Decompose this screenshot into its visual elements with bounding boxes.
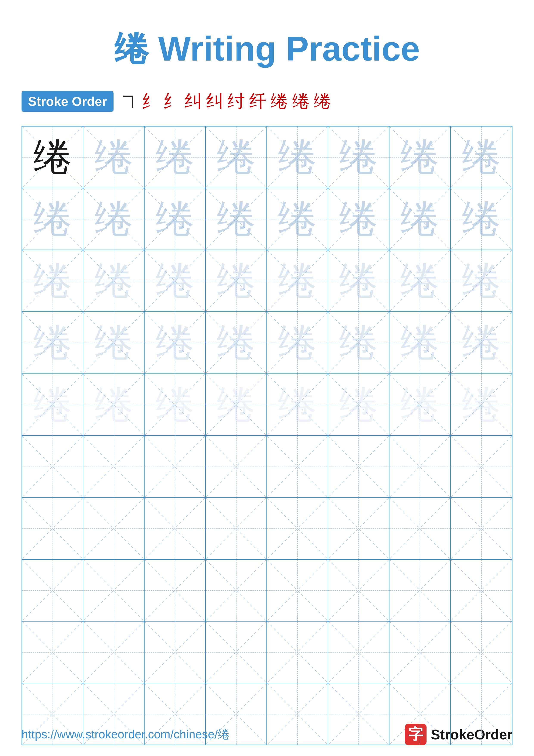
grid-cell[interactable]: [267, 622, 328, 683]
grid-cell[interactable]: [451, 622, 512, 683]
grid-cell[interactable]: [267, 560, 328, 621]
grid-cell[interactable]: 绻: [144, 312, 206, 373]
grid-cell[interactable]: 绻: [83, 188, 144, 250]
grid-cell[interactable]: [206, 622, 267, 683]
stroke-8: 绻: [271, 90, 288, 113]
grid-row-6: [22, 436, 512, 498]
practice-char: 绻: [400, 385, 439, 424]
grid-cell[interactable]: [328, 622, 390, 683]
footer: https://www.strokeorder.com/chinese/绻 字 …: [21, 724, 513, 745]
grid-cell[interactable]: 绻: [144, 250, 206, 311]
practice-char: 绻: [217, 385, 255, 424]
grid-cell[interactable]: [390, 560, 451, 621]
grid-cell[interactable]: [22, 560, 83, 621]
grid-cell[interactable]: 绻: [206, 312, 267, 373]
grid-cell[interactable]: 绻: [22, 374, 83, 435]
stroke-4: 纠: [185, 90, 202, 113]
grid-cell[interactable]: 绻: [451, 374, 512, 435]
grid-cell[interactable]: [390, 622, 451, 683]
grid-cell[interactable]: [22, 498, 83, 559]
grid-cell[interactable]: 绻: [328, 188, 390, 250]
grid-cell[interactable]: 绻: [144, 374, 206, 435]
grid-cell[interactable]: [22, 622, 83, 683]
grid-cell[interactable]: 绻: [451, 312, 512, 373]
practice-char: 绻: [462, 200, 501, 238]
grid-cell[interactable]: 绻: [390, 250, 451, 311]
grid-cell[interactable]: 绻: [83, 126, 144, 188]
grid-cell[interactable]: 绻: [206, 126, 267, 188]
grid-cell[interactable]: 绻: [206, 188, 267, 250]
grid-cell[interactable]: [144, 560, 206, 621]
stroke-10: 绻: [314, 90, 331, 113]
grid-cell[interactable]: [144, 622, 206, 683]
practice-char: 绻: [400, 200, 439, 238]
grid-cell[interactable]: 绻: [144, 126, 206, 188]
grid-cell[interactable]: 绻: [206, 374, 267, 435]
grid-cell[interactable]: 绻: [390, 126, 451, 188]
grid-cell[interactable]: 绻: [267, 126, 328, 188]
grid-cell[interactable]: 绻: [144, 188, 206, 250]
practice-char: 绻: [217, 261, 255, 300]
grid-cell[interactable]: 绻: [206, 250, 267, 311]
grid-cell[interactable]: [83, 436, 144, 497]
practice-char: 绻: [33, 200, 72, 238]
grid-cell[interactable]: [22, 436, 83, 497]
grid-cell[interactable]: 绻: [328, 374, 390, 435]
grid-cell[interactable]: 绻: [451, 188, 512, 250]
grid-cell[interactable]: [328, 498, 390, 559]
grid-cell[interactable]: [328, 560, 390, 621]
practice-char: 绻: [156, 261, 194, 300]
practice-char: 绻: [278, 261, 317, 300]
grid-cell[interactable]: 绻: [83, 250, 144, 311]
grid-row-8: [22, 560, 512, 622]
practice-char: 绻: [94, 261, 133, 300]
grid-cell[interactable]: [206, 498, 267, 559]
grid-cell[interactable]: [83, 622, 144, 683]
practice-char: 绻: [156, 200, 194, 238]
grid-cell[interactable]: 绻: [267, 312, 328, 373]
grid-cell[interactable]: [83, 498, 144, 559]
grid-cell[interactable]: 绻: [451, 126, 512, 188]
grid-cell[interactable]: 绻: [390, 374, 451, 435]
grid-cell[interactable]: [83, 560, 144, 621]
grid-cell[interactable]: 绻: [451, 250, 512, 311]
grid-cell[interactable]: 绻: [267, 188, 328, 250]
grid-cell[interactable]: 绻: [328, 312, 390, 373]
grid-cell[interactable]: 绻: [22, 250, 83, 311]
grid-cell[interactable]: 绻: [390, 312, 451, 373]
grid-cell[interactable]: [267, 436, 328, 497]
grid-cell[interactable]: 绻: [267, 374, 328, 435]
grid-cell[interactable]: [328, 436, 390, 497]
practice-char: 绻: [462, 261, 501, 300]
grid-cell[interactable]: 绻: [267, 250, 328, 311]
practice-char: 绻: [400, 138, 439, 176]
grid-cell[interactable]: [451, 436, 512, 497]
grid-cell[interactable]: [206, 560, 267, 621]
stroke-chars: ㇕ 纟 纟 纠 纠 纣 纤 绻 绻 绻: [120, 90, 331, 113]
grid-cell[interactable]: [390, 436, 451, 497]
grid-cell[interactable]: [144, 436, 206, 497]
practice-char: 绻: [339, 385, 378, 424]
grid-cell[interactable]: 绻: [83, 312, 144, 373]
practice-char: 绻: [156, 323, 194, 362]
grid-cell[interactable]: 绻: [22, 312, 83, 373]
stroke-5: 纠: [206, 90, 223, 113]
grid-cell[interactable]: [390, 498, 451, 559]
practice-char: 绻: [278, 200, 317, 238]
grid-cell[interactable]: [451, 498, 512, 559]
grid-cell[interactable]: [267, 498, 328, 559]
practice-char: 绻: [217, 200, 255, 238]
grid-cell[interactable]: [451, 560, 512, 621]
page-title: 绻 Writing Practice: [114, 29, 420, 68]
practice-char: 绻: [33, 138, 72, 176]
grid-cell[interactable]: 绻: [390, 188, 451, 250]
grid-cell[interactable]: [206, 436, 267, 497]
grid-cell[interactable]: 绻: [22, 188, 83, 250]
grid-cell[interactable]: 绻: [328, 126, 390, 188]
stroke-9: 绻: [292, 90, 310, 113]
grid-cell[interactable]: 绻: [83, 374, 144, 435]
grid-cell[interactable]: 绻: [22, 126, 83, 188]
practice-char: 绻: [339, 261, 378, 300]
grid-cell[interactable]: [144, 498, 206, 559]
grid-cell[interactable]: 绻: [328, 250, 390, 311]
